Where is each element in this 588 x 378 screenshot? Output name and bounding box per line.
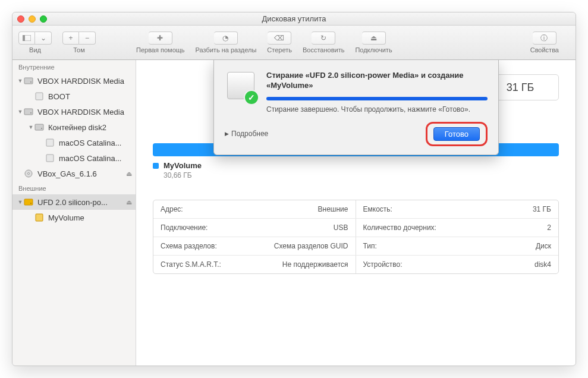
volume-name: MyVolume bbox=[163, 161, 202, 170]
sidebar-item-label: BOOT bbox=[48, 92, 132, 101]
toolbar-info-group: ⓘ Свойства bbox=[530, 32, 559, 53]
detail-row: Устройство:disk4 bbox=[356, 256, 559, 274]
toolbar-mount-label: Подключить bbox=[355, 46, 392, 53]
detail-row: Емкость:31 ГБ bbox=[356, 200, 559, 219]
details-right: Емкость:31 ГБКоличество дочерних:2Тип:Ди… bbox=[356, 200, 559, 273]
disk-icon bbox=[45, 153, 55, 163]
stethoscope-icon: ✚ bbox=[157, 34, 163, 42]
toolbar-restore-label: Восстановить bbox=[303, 46, 344, 53]
sidebar-item-label: VBOX HARDDISK Media bbox=[37, 108, 132, 116]
sidebar-item[interactable]: macOS Catalina... bbox=[12, 135, 136, 150]
volume-remove-button[interactable]: − bbox=[79, 32, 96, 45]
sidebar-item[interactable]: MyVolume bbox=[12, 210, 136, 225]
disk-icon bbox=[45, 137, 55, 148]
toolbar-firstaid-group: ✚ Первая помощь bbox=[136, 32, 185, 53]
details-left: Адрес:ВнешниеПодключение:USBСхема раздел… bbox=[153, 200, 356, 273]
detail-key: Схема разделов: bbox=[153, 237, 246, 256]
pie-icon: ◔ bbox=[222, 34, 228, 42]
sidebar-item[interactable]: ▼VBOX HARDDISK Media bbox=[12, 73, 136, 89]
toolbar-firstaid-label: Первая помощь bbox=[136, 46, 185, 53]
svg-point-8 bbox=[41, 128, 42, 129]
partition-button[interactable]: ◔ bbox=[214, 32, 238, 45]
done-button-highlight: Готово bbox=[426, 122, 488, 146]
svg-rect-9 bbox=[46, 139, 54, 146]
svg-point-6 bbox=[30, 112, 32, 114]
volume-color-dot bbox=[153, 163, 159, 169]
detail-value: Схема разделов GUID bbox=[246, 237, 356, 256]
volume-add-button[interactable]: + bbox=[62, 32, 79, 45]
disk-icon bbox=[34, 212, 45, 223]
sidebar-item[interactable]: ▼UFD 2.0 silicon-po...⏏ bbox=[12, 194, 136, 210]
detail-row: Статус S.M.A.R.T.:Не поддерживается bbox=[153, 256, 356, 274]
sheet-progress-bar bbox=[266, 97, 488, 100]
svg-rect-2 bbox=[24, 78, 33, 84]
detail-key: Статус S.M.A.R.T.: bbox=[153, 256, 246, 274]
detail-value: Внешние bbox=[246, 200, 356, 219]
disk-icon bbox=[34, 122, 45, 133]
sheet-title: Стирание «UFD 2.0 silicon-power Media» и… bbox=[266, 71, 488, 91]
detail-value: Не поддерживается bbox=[246, 256, 356, 274]
toolbar-erase-group: ⌫ Стереть bbox=[267, 32, 292, 53]
sidebar: Внутренние ▼VBOX HARDDISK MediaBOOT▼VBOX… bbox=[12, 60, 136, 366]
sidebar-item[interactable]: VBox_GAs_6.1.6⏏ bbox=[12, 166, 136, 181]
svg-rect-1 bbox=[23, 35, 25, 41]
detail-value: USB bbox=[246, 219, 356, 237]
detail-row: Адрес:Внешние bbox=[153, 200, 356, 219]
disk-icon bbox=[23, 106, 34, 117]
erase-button[interactable]: ⌫ bbox=[268, 32, 291, 45]
sidebar-item[interactable]: BOOT bbox=[12, 89, 136, 104]
info-button[interactable]: ⓘ bbox=[533, 32, 556, 45]
sidebar-item[interactable]: ▼VBOX HARDDISK Media bbox=[12, 104, 136, 119]
disk-icon bbox=[23, 168, 34, 179]
view-sidebar-button[interactable] bbox=[18, 32, 35, 45]
detail-value: disk4 bbox=[503, 256, 558, 274]
content-area: Внутренние ▼VBOX HARDDISK MediaBOOT▼VBOX… bbox=[12, 60, 576, 366]
details-label: Подробнее bbox=[231, 130, 268, 138]
done-button[interactable]: Готово bbox=[433, 127, 480, 141]
toolbar-view-group: ⌄ Вид bbox=[18, 32, 52, 53]
toolbar-erase-label: Стереть bbox=[267, 46, 292, 53]
window-title: Дисковая утилита bbox=[12, 14, 576, 23]
restore-icon: ↻ bbox=[320, 34, 326, 42]
details-disclosure[interactable]: ▶ Подробнее bbox=[225, 130, 268, 138]
firstaid-button[interactable]: ✚ bbox=[149, 32, 172, 45]
toolbar-mount-group: ⏏ Подключить bbox=[355, 32, 392, 53]
capacity-value: 31 ГБ bbox=[507, 81, 534, 94]
toolbar-volume-label: Том bbox=[73, 46, 85, 53]
info-icon: ⓘ bbox=[540, 33, 548, 43]
detail-row: Подключение:USB bbox=[153, 219, 356, 237]
eject-icon[interactable]: ⏏ bbox=[126, 170, 132, 178]
checkmark-icon: ✓ bbox=[244, 90, 259, 105]
svg-rect-15 bbox=[36, 214, 43, 221]
volume-info: MyVolume bbox=[153, 161, 559, 170]
main-panel: 31 ГБ MyVolume 30,66 ГБ Адрес:ВнешниеПод… bbox=[136, 60, 576, 366]
app-window: Дисковая утилита ⌄ Вид + − Том ✚ Первая … bbox=[12, 12, 576, 366]
detail-row: Количество дочерних:2 bbox=[356, 219, 559, 237]
eject-icon: ⏏ bbox=[370, 34, 377, 42]
sidebar-item-label: macOS Catalina... bbox=[59, 138, 132, 147]
disclosure-arrow-icon: ▼ bbox=[17, 78, 23, 84]
detail-value: 31 ГБ bbox=[503, 200, 558, 219]
svg-rect-7 bbox=[35, 124, 43, 130]
disclosure-arrow-icon: ▼ bbox=[28, 124, 34, 130]
toolbar-partition-group: ◔ Разбить на разделы bbox=[196, 32, 257, 53]
view-dropdown-button[interactable]: ⌄ bbox=[35, 32, 52, 45]
sidebar-item[interactable]: macOS Catalina... bbox=[12, 150, 136, 166]
disclosure-arrow-icon: ▼ bbox=[17, 109, 23, 115]
detail-value: 2 bbox=[503, 219, 558, 237]
toolbar-info-label: Свойства bbox=[530, 46, 559, 53]
triangle-right-icon: ▶ bbox=[225, 131, 229, 137]
toolbar-view-label: Вид bbox=[29, 46, 41, 53]
toolbar-partition-label: Разбить на разделы bbox=[196, 46, 257, 53]
restore-button[interactable]: ↻ bbox=[312, 32, 335, 45]
sidebar-item[interactable]: ▼Контейнер disk2 bbox=[12, 119, 136, 135]
toolbar-restore-group: ↻ Восстановить bbox=[303, 32, 344, 53]
mount-button[interactable]: ⏏ bbox=[362, 32, 386, 45]
detail-key: Устройство: bbox=[356, 256, 504, 274]
detail-row: Тип:Диск bbox=[356, 237, 559, 256]
eject-icon[interactable]: ⏏ bbox=[126, 199, 132, 206]
sidebar-item-label: Контейнер disk2 bbox=[48, 123, 132, 132]
svg-rect-10 bbox=[46, 155, 54, 162]
disk-icon bbox=[23, 197, 34, 207]
svg-point-12 bbox=[28, 173, 30, 175]
